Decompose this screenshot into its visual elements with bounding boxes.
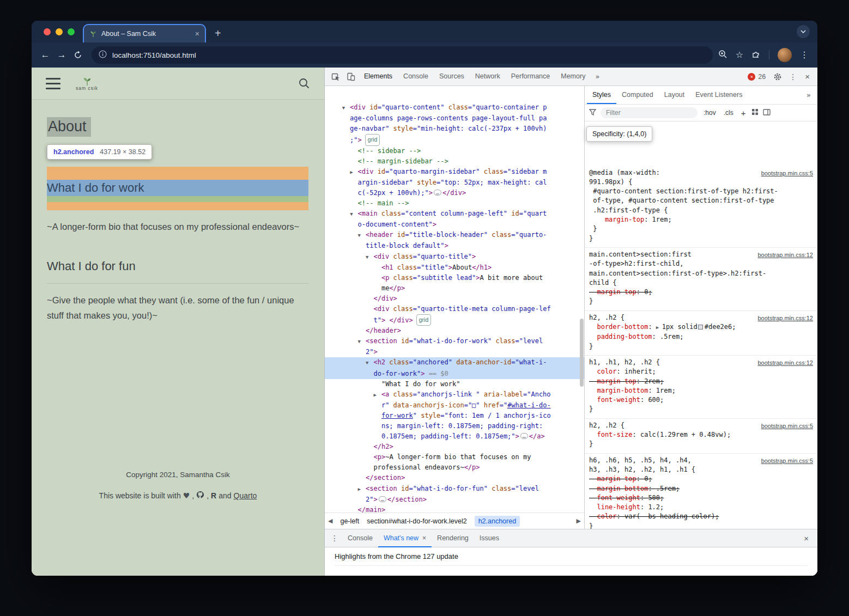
dom-tree-line[interactable]: ▼ <section id="what-i-do-for-work" class… [330, 336, 584, 347]
css-declaration-line[interactable]: font-size: calc(1.29rem + 0.48vw); [589, 430, 813, 440]
dom-tree-line[interactable]: for-work" style="font: 1em / 1 anchorjs-… [330, 411, 584, 421]
breadcrumb-item[interactable]: section#what-i-do-for-work.level2 [367, 517, 466, 525]
dom-tree-line[interactable]: <!-- margin-sidebar --> [330, 156, 584, 167]
dom-tree-line[interactable]: me</p> [330, 283, 584, 294]
dom-tree-line[interactable]: ▼ <main class="content column-page-left"… [330, 209, 584, 219]
dom-tree-line[interactable]: <p>~A longer-form bio that focuses on my [330, 452, 584, 462]
css-declaration-line[interactable]: color: inherit; [589, 367, 813, 376]
stylesheet-link[interactable]: bootstrap.min.css:12 [758, 358, 814, 368]
dom-tree-line[interactable]: ▼ <header id="title-block-header" class=… [330, 230, 584, 241]
dom-tree-line[interactable]: ns; margin-left: 0.1875em; padding-right… [330, 421, 584, 431]
dom-tree-line[interactable]: 2"> [330, 347, 584, 357]
css-declaration-line[interactable]: } [589, 297, 813, 306]
browser-tab[interactable]: About – Sam Csik × [83, 24, 206, 42]
github-icon[interactable] [196, 491, 204, 501]
inspect-element-icon[interactable] [328, 70, 343, 84]
tab-console[interactable]: Console [398, 68, 434, 86]
drawer-tab-close-icon[interactable]: × [422, 529, 426, 547]
breadcrumb-item-selected[interactable]: h2.anchored [475, 516, 520, 527]
dom-tree-line[interactable]: c(-52px + 100vh);">…</div> [330, 188, 584, 198]
zoom-window-button[interactable] [68, 28, 75, 35]
css-declaration-line[interactable]: child { [589, 278, 813, 288]
css-declaration-line[interactable]: margin-bottom: 1rem; [589, 386, 813, 395]
styles-filter-input[interactable]: Filter [601, 107, 698, 118]
dom-tree-line[interactable]: </main> [330, 505, 584, 513]
css-declaration-line[interactable]: } [589, 440, 813, 449]
element-state-icon[interactable] [751, 108, 759, 118]
back-button[interactable]: ← [37, 47, 53, 63]
css-declaration-line[interactable]: } [589, 342, 813, 351]
drawer-tab-issues[interactable]: Issues [474, 529, 505, 547]
drawer-tab-whats-new[interactable]: What's new × [378, 529, 432, 547]
error-counter[interactable]: × 26 [748, 73, 766, 81]
css-declaration-line[interactable]: main.content>section:first-of-type>.h2:f… [589, 269, 813, 278]
stylesheet-link[interactable]: bootstrap.min.css:5 [761, 169, 813, 178]
tab-sources[interactable]: Sources [434, 68, 470, 86]
grid-badge[interactable]: grid [416, 314, 432, 326]
dom-tree-line[interactable]: o-document-content"> [330, 219, 584, 230]
dom-tree-line[interactable]: ▼ <div class="quarto-title"> [330, 252, 584, 263]
drawer-tab-console[interactable]: Console [342, 529, 378, 547]
breadcrumb-item[interactable]: ge-left [340, 517, 359, 525]
url-text[interactable]: localhost:7510/about.html [112, 51, 196, 59]
tab-network[interactable]: Network [470, 68, 506, 86]
tab-computed[interactable]: Computed [616, 86, 659, 104]
tab-memory[interactable]: Memory [555, 68, 591, 86]
close-window-button[interactable] [44, 28, 51, 35]
css-declaration-line[interactable]: } [589, 405, 813, 414]
dom-tree-line[interactable]: "What I do for work" [330, 379, 584, 389]
new-style-rule-icon[interactable]: + [739, 108, 748, 118]
dom-tree-line[interactable]: ▶ <div id="quarto-margin-sidebar" class=… [330, 167, 584, 178]
new-tab-button[interactable]: + [215, 28, 221, 39]
site-search-icon[interactable] [298, 77, 310, 89]
devtools-menu-icon[interactable]: ⋮ [785, 72, 801, 81]
tab-styles[interactable]: Styles [587, 86, 616, 104]
site-info-icon[interactable] [99, 50, 107, 60]
css-declaration-line[interactable]: font-weight: 600; [589, 395, 813, 405]
css-declaration-line[interactable]: margin-bottom: .5rem; [589, 484, 813, 493]
elements-scrollbar[interactable] [580, 319, 584, 387]
dom-tree-line[interactable]: <h1 class="title">About</h1> [330, 263, 584, 273]
css-declaration-line[interactable]: } [589, 234, 813, 243]
css-declaration-line[interactable]: margin-top: 1rem; [589, 215, 813, 224]
hamburger-menu-icon[interactable] [46, 78, 60, 89]
pseudo-state-toggle[interactable]: :hov [702, 109, 718, 117]
more-tabs-icon[interactable]: » [591, 72, 604, 81]
dom-tree-line[interactable]: ;">grid [330, 134, 584, 145]
css-declaration-line[interactable]: margin-top: 2rem; [589, 377, 813, 386]
css-declaration-line[interactable]: margin-top: 0; [589, 474, 813, 484]
css-declaration-line[interactable]: padding-bottom: .5rem; [589, 332, 813, 341]
css-declaration-line[interactable]: border-bottom: ▶ 1px solid#dee2e6; [589, 322, 813, 332]
css-declaration-line[interactable]: } [589, 224, 813, 234]
breadcrumb-scroll-right-icon[interactable]: ▶ [577, 517, 581, 524]
bookmark-star-icon[interactable]: ☆ [736, 51, 743, 59]
drawer-menu-icon[interactable]: ⋮ [327, 534, 342, 542]
css-declaration-line[interactable]: h3, .h3, h2, .h2, h1, .h1 { [589, 465, 813, 474]
address-bar[interactable]: localhost:7510/about.html [92, 46, 713, 64]
stylesheet-link[interactable]: bootstrap.min.css:5 [761, 456, 813, 466]
dom-tree-line[interactable]: … ▼ <h2 class="anchored" data-anchor-id=… [325, 357, 584, 368]
settings-gear-icon[interactable] [770, 70, 785, 84]
stylesheet-link[interactable]: bootstrap.min.css:12 [758, 314, 814, 323]
dom-tree-line[interactable]: ▶ <section id="what-i-do-for-fun" class=… [330, 484, 584, 495]
profile-avatar[interactable] [778, 48, 792, 62]
tab-event-listeners[interactable]: Event Listeners [690, 86, 748, 104]
dom-tree-line[interactable]: </div> [330, 294, 584, 304]
css-declaration-line[interactable]: #quarto-content section:first-of-type h2… [589, 187, 813, 196]
css-declaration-line[interactable]: margin-top: 0; [589, 288, 813, 297]
drawer-close-icon[interactable]: × [797, 534, 815, 543]
site-logo[interactable]: sam csik [76, 76, 98, 91]
dom-tree-line[interactable]: do-for-work"> == $0 [325, 369, 584, 379]
browser-menu-icon[interactable]: ⋮ [800, 51, 809, 59]
dom-tree-line[interactable]: professional endeavors~</p> [330, 462, 584, 473]
stylesheet-link[interactable]: bootstrap.min.css:5 [761, 422, 813, 431]
dom-tree-line[interactable]: 2">…</section> [330, 495, 584, 505]
node-options-icon[interactable]: … [325, 357, 325, 368]
css-declaration-line[interactable]: of-type, #quarto-content section:first-o… [589, 196, 813, 205]
css-declaration-line[interactable]: line-height: 1.2; [589, 503, 813, 512]
grid-badge[interactable]: grid [365, 134, 380, 145]
computed-sidebar-toggle-icon[interactable] [763, 108, 771, 118]
tab-search-button[interactable] [797, 25, 810, 38]
dom-tree-line[interactable]: <div class="quarto-title-meta column-pag… [330, 304, 584, 314]
dom-tree-line[interactable]: <p class="subtitle lead">A bit more abou… [330, 273, 584, 283]
